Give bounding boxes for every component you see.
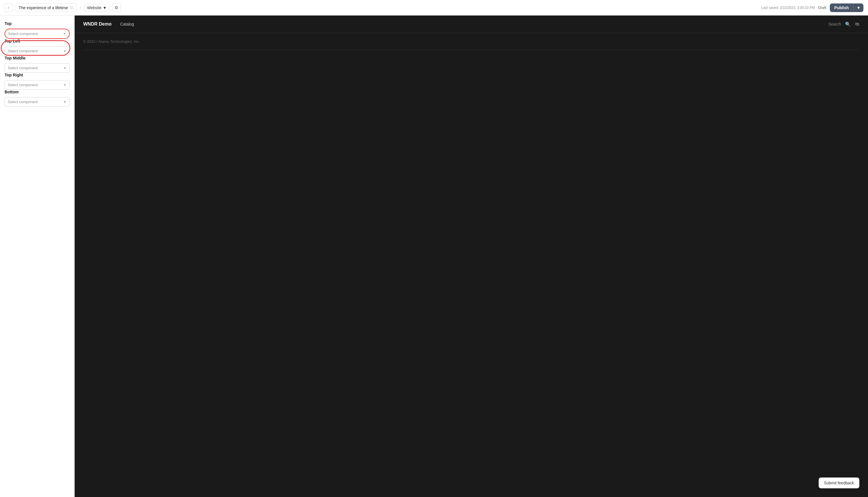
last-saved-text: Last saved: 2/22/2023, 3:00:33 PM [761,6,814,10]
section-top-left-label: Top Left [4,39,70,43]
preview-area: WNDR Demo Catalog Search 🔍 🛍 © 2023 / At… [75,15,868,497]
section-top-label: Top [4,21,70,26]
preview-footer-text: © 2023 / Atama Technologies, Inc. [83,39,140,44]
info-icon[interactable]: ⓘ [70,5,73,10]
bottom-component-chevron-icon: ▼ [63,100,67,104]
top-component-placeholder: Select component [8,32,38,36]
draft-badge: Draft [818,5,826,10]
section-top-left: Top Left Select component ▼ [4,39,70,56]
preview-footer: © 2023 / Atama Technologies, Inc. [75,33,868,50]
section-bottom-label: Bottom [4,90,70,94]
preview-nav-right: Search 🔍 🛍 [828,22,859,27]
section-bottom: Bottom Select component ▼ [4,90,70,106]
topbar-left: ← The experience of a lifetime ⓘ › Websi… [4,3,759,12]
top-left-component-placeholder: Select component [8,49,38,53]
top-component-select[interactable]: Select component ▼ [4,29,70,39]
bottom-component-placeholder: Select component [8,100,38,104]
breadcrumb-separator: › [79,5,82,10]
preview-navbar: WNDR Demo Catalog Search 🔍 🛍 [75,15,868,33]
topbar-right: Last saved: 2/22/2023, 3:00:33 PM Draft … [761,3,864,12]
top-left-component-select[interactable]: Select component ▼ [4,46,70,56]
top-right-component-select[interactable]: Select component ▼ [4,80,70,90]
publish-button[interactable]: Publish ▼ [830,3,864,12]
page-title-pill: The experience of a lifetime ⓘ [15,3,77,12]
main-layout: Top Select component ▼ Top Left Select c… [0,15,868,497]
top-middle-component-chevron-icon: ▼ [63,66,67,70]
section-top-middle-label: Top Middle [4,56,70,60]
back-icon: ← [7,5,11,10]
preview-nav-catalog: Catalog [120,22,134,26]
top-right-component-chevron-icon: ▼ [63,83,67,87]
sidebar: Top Select component ▼ Top Left Select c… [0,15,75,497]
section-top: Top Select component ▼ [4,21,70,39]
section-top-middle: Top Middle Select component ▼ [4,56,70,73]
publish-dropdown-icon[interactable]: ▼ [853,3,864,12]
website-label: Website [87,5,101,10]
top-left-component-chevron-icon: ▼ [63,49,67,53]
topbar: ← The experience of a lifetime ⓘ › Websi… [0,0,868,15]
website-chevron-icon: ▼ [103,5,107,10]
page-title: The experience of a lifetime [19,5,68,10]
top-component-chevron-icon: ▼ [63,32,66,36]
back-button[interactable]: ← [4,3,13,12]
preview-search-icon: 🔍 [845,22,851,27]
submit-feedback-button[interactable]: Submit feedback [819,478,859,488]
preview-nav-brand: WNDR Demo [83,22,112,27]
top-middle-component-select[interactable]: Select component ▼ [4,63,70,73]
publish-label: Publish [830,3,854,12]
settings-icon: ⚙ [115,5,118,10]
top-right-component-placeholder: Select component [8,83,38,87]
section-top-right-label: Top Right [4,73,70,77]
top-middle-component-placeholder: Select component [8,66,38,70]
website-button[interactable]: Website ▼ [84,4,109,12]
settings-button[interactable]: ⚙ [112,3,121,12]
bottom-component-select[interactable]: Select component ▼ [4,97,70,106]
section-top-right: Top Right Select component ▼ [4,73,70,90]
preview-search-label: Search [828,22,841,26]
preview-cart-icon: 🛍 [855,22,859,27]
